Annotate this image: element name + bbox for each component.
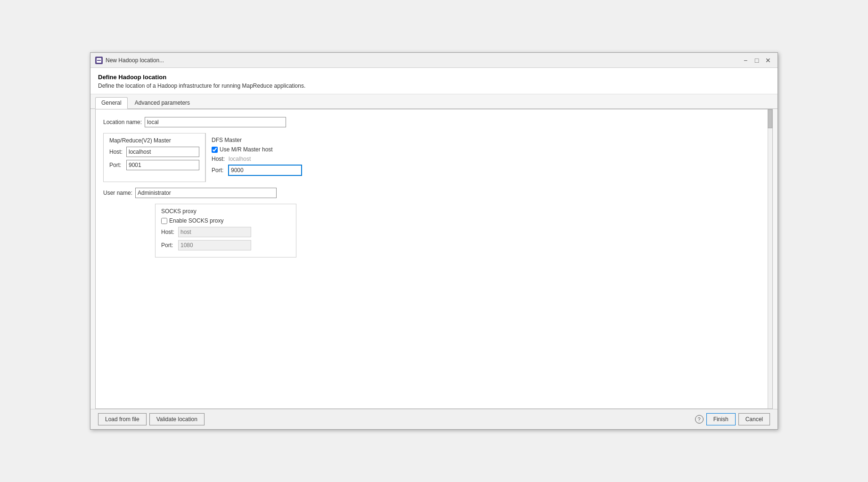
use-mr-checkbox[interactable] [212,147,218,153]
username-label: User name: [103,190,132,196]
dialog-header: Define Hadoop location Define the locati… [90,68,778,94]
finish-button[interactable]: Finish [706,413,736,425]
enable-socks-row: Enable SOCKS proxy [161,217,290,224]
load-from-file-button[interactable]: Load from file [98,413,147,425]
validate-location-button[interactable]: Validate location [149,413,205,425]
dfs-master-box: DFS Master Use M/R Master host Host: loc… [205,133,307,182]
socks-host-label: Host: [161,229,175,235]
socks-port-label: Port: [161,242,175,249]
help-icon[interactable]: ? [695,415,704,424]
mr-host-row: Host: [109,147,199,157]
username-input[interactable] [135,188,277,198]
main-window: New Hadoop location... − □ ✕ Define Hado… [90,52,778,430]
scrollbar-thumb[interactable] [768,109,772,128]
minimize-button[interactable]: − [741,56,750,65]
username-row: User name: [103,188,765,198]
tab-content-general: Location name: Map/Reduce(V2) Master Hos… [95,109,773,409]
dfs-host-value: localhost [229,156,251,162]
tab-general[interactable]: General [95,97,128,109]
dialog-footer: Load from file Validate location ? Finis… [90,409,778,429]
dfs-port-label: Port: [212,167,226,174]
mr-host-input[interactable] [126,147,199,157]
mr-host-label: Host: [109,149,123,155]
mr-port-label: Port: [109,162,123,168]
mapreduce-title: Map/Reduce(V2) Master [109,137,199,144]
mapreduce-master-box: Map/Reduce(V2) Master Host: Port: [103,133,205,182]
socks-host-input [178,227,251,237]
location-name-input[interactable] [145,117,286,127]
maximize-button[interactable]: □ [752,56,762,65]
mr-port-row: Port: [109,160,199,170]
enable-socks-checkbox[interactable] [161,218,167,224]
close-button[interactable]: ✕ [763,56,773,65]
dialog-header-title: Define Hadoop location [98,74,770,81]
socks-port-row: Port: [161,240,290,250]
dfs-host-label: Host: [212,156,226,162]
titlebar: New Hadoop location... − □ ✕ [90,53,778,68]
scrollbar-track [768,109,772,408]
titlebar-controls: − □ ✕ [741,56,773,65]
socks-proxy-box: SOCKS proxy Enable SOCKS proxy Host: Por… [155,204,296,258]
window-title: New Hadoop location... [106,57,164,64]
socks-host-row: Host: [161,227,290,237]
dfs-port-input[interactable] [229,165,302,175]
dialog-content: General Advanced parameters Location nam… [90,94,778,409]
location-name-row: Location name: [103,117,765,127]
footer-right: ? Finish Cancel [695,413,770,425]
hadoop-icon [95,57,103,64]
svg-rect-1 [97,60,101,61]
location-name-label: Location name: [103,119,142,125]
dfs-title: DFS Master [212,137,302,143]
dfs-host-row: Host: localhost [212,156,302,162]
socks-port-input [178,240,251,250]
tabs-bar: General Advanced parameters [90,94,778,109]
mr-port-input[interactable] [126,160,199,170]
cancel-button[interactable]: Cancel [738,413,770,425]
titlebar-left: New Hadoop location... [95,57,164,64]
footer-left: Load from file Validate location [98,413,205,425]
dfs-port-row: Port: [212,165,302,175]
dialog-header-subtitle: Define the location of a Hadoop infrastr… [98,83,770,89]
enable-socks-label[interactable]: Enable SOCKS proxy [169,217,223,224]
masters-section: Map/Reduce(V2) Master Host: Port: DFS Ma… [103,133,765,182]
use-mr-label[interactable]: Use M/R Master host [220,146,273,153]
tab-advanced[interactable]: Advanced parameters [129,97,196,108]
use-mr-checkbox-row: Use M/R Master host [212,146,302,153]
socks-proxy-title: SOCKS proxy [161,208,290,215]
